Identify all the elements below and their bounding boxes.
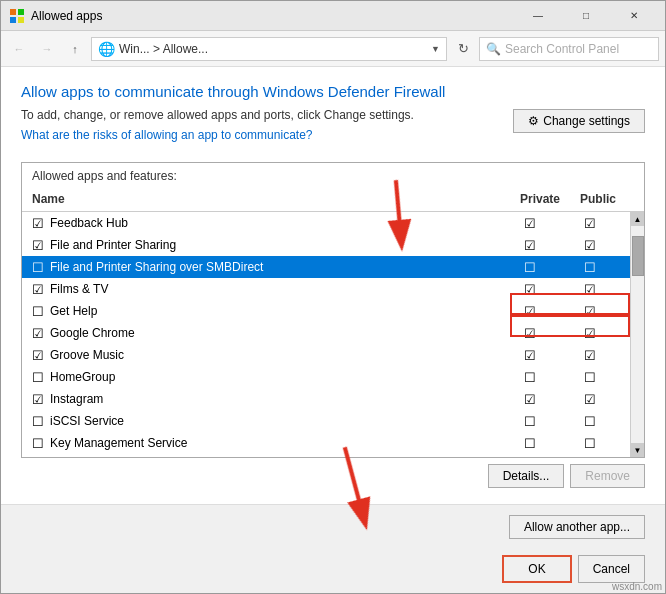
- window-controls: — □ ✕: [515, 1, 657, 31]
- app-label: Films & TV: [50, 282, 108, 296]
- remove-button[interactable]: Remove: [570, 464, 645, 488]
- app-label: File and Printer Sharing: [50, 238, 176, 252]
- nav-bar: ← → ↑ 🌐 Win... > Allowe... ▼ ↻ 🔍 Search …: [1, 31, 665, 67]
- app-public-check: ☑: [560, 348, 620, 363]
- app-name: ☑ Google Chrome: [32, 326, 500, 341]
- private-check-icon: ☑: [524, 392, 536, 407]
- app-row[interactable]: ☑ Instagram ☑ ☑: [22, 388, 630, 410]
- private-check-icon: ☐: [524, 414, 536, 429]
- app-private-check: ☑: [500, 348, 560, 363]
- svg-rect-1: [18, 9, 24, 15]
- app-name: ☑ Groove Music: [32, 348, 500, 363]
- app-row[interactable]: ☑ Feedback Hub ☑ ☑: [22, 212, 630, 234]
- main-content: Allow apps to communicate through Window…: [1, 67, 665, 504]
- change-settings-button[interactable]: ⚙ Change settings: [513, 109, 645, 133]
- minimize-button[interactable]: —: [515, 1, 561, 31]
- col-private-header: Private: [510, 192, 570, 206]
- app-name: ☑ File and Printer Sharing: [32, 238, 500, 253]
- app-check-icon: ☐: [32, 260, 44, 275]
- app-name: ☐ Get Help: [32, 304, 500, 319]
- app-row[interactable]: ☑ Groove Music ☑ ☑: [22, 344, 630, 366]
- app-row[interactable]: ☐ iSCSI Service ☐ ☐: [22, 410, 630, 432]
- app-private-check: ☐: [500, 260, 560, 275]
- window-icon: [9, 8, 25, 24]
- app-label: Groove Music: [50, 348, 124, 362]
- search-box[interactable]: 🔍 Search Control Panel: [479, 37, 659, 61]
- app-public-check: ☐: [560, 414, 620, 429]
- apps-list[interactable]: ☑ Feedback Hub ☑ ☑ ☑ File and Printer Sh…: [22, 212, 630, 457]
- scroll-down[interactable]: ▼: [631, 443, 645, 457]
- app-row[interactable]: ☐ Get Help ☑ ☑: [22, 300, 630, 322]
- app-row[interactable]: ☐ Key Management Service ☐ ☐: [22, 432, 630, 454]
- app-private-check: ☑: [500, 238, 560, 253]
- app-label: iSCSI Service: [50, 414, 124, 428]
- app-label: Feedback Hub: [50, 216, 128, 230]
- app-check-icon: ☑: [32, 392, 44, 407]
- app-row[interactable]: ☐ HomeGroup ☐ ☐: [22, 366, 630, 388]
- back-button[interactable]: ←: [7, 37, 31, 61]
- app-name: ☐ File and Printer Sharing over SMBDirec…: [32, 260, 500, 275]
- col-public-header: Public: [570, 192, 630, 206]
- app-row[interactable]: ☑ Films & TV ☑ ☑: [22, 278, 630, 300]
- app-private-check: ☑: [500, 282, 560, 297]
- app-private-check: ☑: [500, 326, 560, 341]
- page-title: Allow apps to communicate through Window…: [21, 83, 503, 100]
- app-private-check: ☐: [500, 436, 560, 451]
- gear-icon: ⚙: [528, 114, 539, 128]
- app-row[interactable]: ☐ File and Printer Sharing over SMBDirec…: [22, 256, 630, 278]
- app-public-check: ☑: [560, 392, 620, 407]
- ok-button[interactable]: OK: [502, 555, 571, 583]
- watermark: wsxdn.com: [612, 581, 662, 592]
- app-label: File and Printer Sharing over SMBDirect: [50, 260, 263, 274]
- address-dropdown-icon[interactable]: ▼: [431, 44, 440, 54]
- allow-another-button[interactable]: Allow another app...: [509, 515, 645, 539]
- bottom-buttons-row: Details... Remove: [21, 464, 645, 488]
- main-window: Allowed apps — □ ✕ ← → ↑ 🌐 Win... > Allo…: [0, 0, 666, 594]
- apps-table-header: Name Private Public: [22, 187, 644, 212]
- apps-list-container: ☑ Feedback Hub ☑ ☑ ☑ File and Printer Sh…: [22, 212, 644, 457]
- refresh-button[interactable]: ↻: [451, 37, 475, 61]
- app-row[interactable]: ☑ File and Printer Sharing ☑ ☑: [22, 234, 630, 256]
- apps-panel: Allowed apps and features: Name Private …: [21, 162, 645, 458]
- maximize-button[interactable]: □: [563, 1, 609, 31]
- apps-table-outer: Name Private Public ☑ Feedback Hub ☑ ☑ ☑…: [22, 187, 644, 457]
- app-public-check: ☐: [560, 260, 620, 275]
- public-check-icon: ☑: [584, 348, 596, 363]
- address-icon: 🌐: [98, 41, 115, 57]
- app-private-check: ☐: [500, 414, 560, 429]
- up-button[interactable]: ↑: [63, 37, 87, 61]
- app-check-icon: ☐: [32, 436, 44, 451]
- app-label: Key Management Service: [50, 436, 187, 450]
- public-check-icon: ☐: [584, 370, 596, 385]
- scroll-thumb[interactable]: [632, 236, 644, 276]
- public-check-icon: ☑: [584, 326, 596, 341]
- public-check-icon: ☐: [584, 414, 596, 429]
- app-check-icon: ☑: [32, 216, 44, 231]
- app-row[interactable]: ☑ Mail and Calendar ☑ ☑: [22, 454, 630, 457]
- footer: Allow another app...: [1, 504, 665, 549]
- scroll-up[interactable]: ▲: [631, 212, 645, 226]
- search-placeholder: Search Control Panel: [505, 42, 619, 56]
- app-check-icon: ☐: [32, 370, 44, 385]
- address-text: Win... > Allowe...: [119, 42, 427, 56]
- app-private-check: ☑: [500, 392, 560, 407]
- cancel-button[interactable]: Cancel: [578, 555, 645, 583]
- risks-link[interactable]: What are the risks of allowing an app to…: [21, 128, 312, 142]
- header-row: Allow apps to communicate through Window…: [21, 83, 645, 152]
- forward-button[interactable]: →: [35, 37, 59, 61]
- private-check-icon: ☑: [524, 348, 536, 363]
- app-public-check: ☑: [560, 216, 620, 231]
- close-button[interactable]: ✕: [611, 1, 657, 31]
- apps-panel-title: Allowed apps and features:: [22, 163, 644, 187]
- public-check-icon: ☑: [584, 238, 596, 253]
- scrollbar[interactable]: ▲ ▼: [630, 212, 644, 457]
- public-check-icon: ☑: [584, 304, 596, 319]
- app-check-icon: ☑: [32, 282, 44, 297]
- details-button[interactable]: Details...: [488, 464, 565, 488]
- svg-rect-0: [10, 9, 16, 15]
- private-check-icon: ☑: [524, 326, 536, 341]
- app-name: ☑ Instagram: [32, 392, 500, 407]
- public-check-icon: ☐: [584, 436, 596, 451]
- title-bar: Allowed apps — □ ✕: [1, 1, 665, 31]
- app-row[interactable]: ☑ Google Chrome ☑ ☑: [22, 322, 630, 344]
